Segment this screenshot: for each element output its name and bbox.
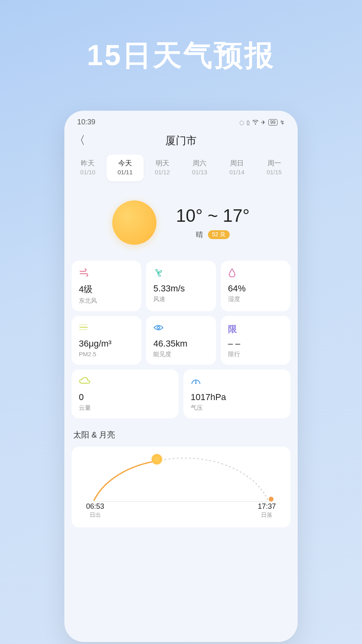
sunmoon-card[interactable]: 06:53 日出 17:37 日落 <box>72 447 290 527</box>
tab-yesterday[interactable]: 昨天 01/10 <box>69 155 107 181</box>
sun-arc <box>89 456 273 505</box>
sunset-label: 日落 <box>258 512 276 519</box>
tab-tomorrow[interactable]: 明天 01/12 <box>144 155 181 181</box>
charging-icon: ↯ <box>280 119 285 126</box>
metric-value: 64% <box>228 283 283 294</box>
tab-sun[interactable]: 周日 01/14 <box>218 155 256 181</box>
metric-value: 4级 <box>79 283 134 295</box>
drop-icon <box>228 268 283 279</box>
hero-weather: 10° ~ 17° 晴 52 良 <box>64 181 298 261</box>
limit-icon: 限 <box>228 323 283 334</box>
back-button[interactable]: 〈 <box>74 133 85 148</box>
sun-marker-icon <box>152 454 162 464</box>
sunrise-block: 06:53 日出 <box>86 502 104 519</box>
gauge-icon <box>191 377 283 387</box>
metric-label: 能见度 <box>153 351 208 358</box>
aqi-badge[interactable]: 52 良 <box>208 230 229 239</box>
tab-date-label: 01/15 <box>257 169 291 175</box>
phone-frame: 10:39 ◌ ▯ ✈ 99 ↯ 〈 厦门市 昨天 01/10 今天 01/11… <box>64 111 298 642</box>
wind-icon <box>79 268 134 279</box>
tab-date-label: 01/10 <box>71 169 105 175</box>
tab-day-label: 昨天 <box>71 159 105 168</box>
tab-day-label: 周一 <box>257 159 291 168</box>
status-bar: 10:39 ◌ ▯ ✈ 99 ↯ <box>64 111 298 130</box>
status-icons: ◌ ▯ ✈ 99 ↯ <box>239 119 285 126</box>
tab-today[interactable]: 今天 01/11 <box>107 155 144 181</box>
sunny-icon <box>112 200 156 245</box>
status-time: 10:39 <box>77 118 95 126</box>
tab-date-label: 01/12 <box>145 169 179 175</box>
city-title: 厦门市 <box>165 134 197 148</box>
wifi-icon <box>252 120 259 125</box>
sun-times: 06:53 日出 17:37 日落 <box>81 502 281 519</box>
sunset-dot-icon <box>269 497 274 502</box>
vibrate-icon: ▯ <box>247 119 250 126</box>
tab-day-label: 明天 <box>145 159 179 168</box>
battery-icon: 99 <box>268 119 278 126</box>
date-tabs: 昨天 01/10 今天 01/11 明天 01/12 周六 01/13 周日 0… <box>64 155 298 181</box>
temp-range: 10° ~ 17° <box>176 206 249 226</box>
svg-point-5 <box>157 326 160 329</box>
sunrise-label: 日出 <box>86 512 104 519</box>
eye-icon <box>153 323 208 334</box>
metric-pm25[interactable]: 36μg/m³ PM2.5 <box>72 316 141 365</box>
hero-title: 15日天气预报 <box>0 36 362 75</box>
cloud-icon <box>79 377 171 387</box>
metric-wind[interactable]: 4级 东北风 <box>72 261 141 311</box>
metric-value: 0 <box>79 392 171 402</box>
tab-date-label: 01/11 <box>108 169 142 175</box>
nav-bar: 〈 厦门市 <box>64 130 298 155</box>
tab-day-label: 今天 <box>108 159 142 168</box>
airplane-icon: ✈ <box>261 119 266 126</box>
condition-text: 晴 <box>196 230 203 239</box>
metric-windspeed[interactable]: 5.33m/s 风速 <box>146 261 216 311</box>
metric-restriction[interactable]: 限 – – 限行 <box>221 316 290 365</box>
metric-label: 气压 <box>191 404 283 412</box>
metric-label: 湿度 <box>228 295 283 303</box>
speed-icon: ◌ <box>239 119 244 126</box>
sunset-block: 17:37 日落 <box>258 502 276 519</box>
metric-label: 云量 <box>79 404 171 412</box>
metric-label: PM2.5 <box>79 351 134 357</box>
temp-block: 10° ~ 17° 晴 52 良 <box>176 206 249 239</box>
metric-value: 36μg/m³ <box>79 339 134 349</box>
tab-day-label: 周日 <box>220 159 254 168</box>
metric-value: 46.35km <box>153 339 208 349</box>
svg-point-7 <box>195 382 197 384</box>
metric-value: 1017hPa <box>191 392 283 402</box>
tab-sat[interactable]: 周六 01/13 <box>181 155 218 181</box>
metric-humidity[interactable]: 64% 湿度 <box>221 261 290 311</box>
tab-date-label: 01/13 <box>183 169 217 175</box>
svg-point-0 <box>255 123 256 124</box>
metric-value: – – <box>228 339 283 349</box>
grid-icon <box>79 323 134 334</box>
metric-label: 限行 <box>228 351 283 358</box>
metric-visibility[interactable]: 46.35km 能见度 <box>146 316 216 365</box>
tab-date-label: 01/14 <box>220 169 254 175</box>
metrics-row-bottom: 0 云量 1017hPa 气压 <box>64 365 298 418</box>
fan-icon <box>153 268 208 279</box>
sunmoon-title: 太阳 & 月亮 <box>64 418 298 447</box>
metric-value: 5.33m/s <box>153 283 208 294</box>
metric-pressure[interactable]: 1017hPa 气压 <box>183 369 290 418</box>
metric-cloud[interactable]: 0 云量 <box>72 369 179 418</box>
metric-label: 东北风 <box>79 297 134 305</box>
tab-mon[interactable]: 周一 01/15 <box>255 155 293 181</box>
metric-label: 风速 <box>153 295 208 303</box>
metrics-grid: 4级 东北风 5.33m/s 风速 64% 湿度 36μg/m³ PM2.5 <box>64 261 298 365</box>
tab-day-label: 周六 <box>183 159 217 168</box>
